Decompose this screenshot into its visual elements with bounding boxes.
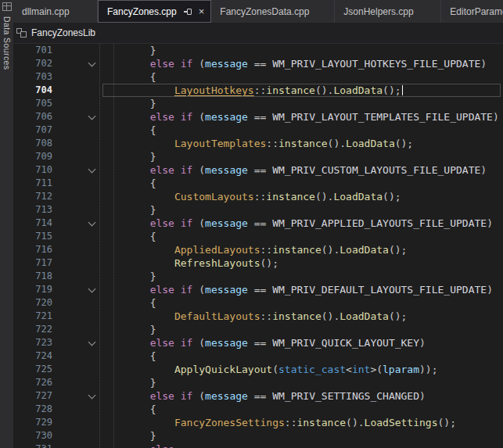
code-text[interactable]: } (99, 44, 503, 57)
code-text[interactable]: CustomLayouts::instance().LoadData(); (99, 190, 503, 203)
fold-margin (84, 283, 99, 296)
code-text[interactable]: AppliedLayouts::instance().LoadData(); (99, 243, 503, 256)
line-number[interactable]: 730 (13, 429, 59, 443)
code-text[interactable]: LayoutHotkeys::instance().LoadData(); (99, 84, 503, 97)
line-number[interactable]: 715 (13, 230, 59, 243)
code-text[interactable]: } (99, 150, 503, 163)
line-number[interactable]: 708 (13, 137, 59, 150)
tab-fancyzonesdata-cpp[interactable]: FancyZonesData.cpp (211, 0, 335, 23)
line-number[interactable]: 712 (13, 190, 59, 203)
selection-margin (59, 256, 84, 270)
tab-jsonhelpers-cpp[interactable]: JsonHelpers.cpp (335, 0, 441, 23)
fold-collapse-icon[interactable] (88, 285, 95, 292)
line-number[interactable]: 701 (13, 44, 59, 57)
line-number[interactable]: 709 (13, 150, 59, 163)
code-text[interactable]: else if (message == WM_PRIV_LAYOUT_TEMPL… (99, 110, 503, 124)
line-number[interactable]: 728 (13, 403, 59, 416)
code-text[interactable]: { (99, 177, 503, 190)
line-number[interactable]: 713 (13, 203, 59, 217)
line-number[interactable]: 706 (13, 110, 59, 124)
code-text[interactable]: else (99, 443, 503, 448)
code-text[interactable]: else if (message == WM_PRIV_CUSTOM_LAYOU… (99, 163, 503, 177)
line-number[interactable]: 720 (13, 296, 59, 310)
fold-collapse-icon[interactable] (88, 338, 95, 346)
line-number[interactable]: 731 (13, 443, 59, 448)
fold-margin (84, 323, 99, 336)
line-number[interactable]: 707 (13, 124, 59, 137)
selection-margin (59, 230, 84, 243)
code-text[interactable]: else if (message == WM_PRIV_APPLIED_LAYO… (99, 217, 503, 230)
line-number[interactable]: 723 (13, 336, 59, 349)
code-text[interactable]: ApplyQuickLayout(static_cast<int>(lparam… (99, 363, 503, 376)
line-number[interactable]: 718 (13, 270, 59, 283)
line-number[interactable]: 722 (13, 323, 59, 336)
line-number[interactable]: 702 (13, 57, 59, 70)
line-number[interactable]: 725 (13, 363, 59, 376)
code-text[interactable]: } (99, 376, 503, 389)
fold-collapse-icon[interactable] (88, 59, 95, 66)
line-number[interactable]: 719 (13, 283, 59, 296)
line-number[interactable]: 721 (13, 310, 59, 323)
tab-dllmain-cpp[interactable]: dllmain.cpp (13, 0, 98, 23)
selection-margin (59, 323, 84, 336)
fold-collapse-icon[interactable] (88, 218, 95, 226)
code-line-708: 708 LayoutTemplates::instance().LoadData… (13, 137, 503, 150)
code-text[interactable]: } (99, 429, 503, 443)
code-text[interactable]: else if (message == WM_PRIV_DEFAULT_LAYO… (99, 283, 503, 296)
code-line-728: 728 { (13, 403, 503, 416)
fold-margin (84, 429, 99, 443)
line-number[interactable]: 704 (13, 84, 59, 97)
code-text[interactable]: { (99, 296, 503, 310)
fold-collapse-icon[interactable] (88, 444, 95, 448)
line-number[interactable]: 703 (13, 70, 59, 84)
code-text[interactable]: } (99, 323, 503, 336)
code-line-714: 714 else if (message == WM_PRIV_APPLIED_… (13, 217, 503, 230)
tab-editorparameters-cpp[interactable]: EditorParameters.cpp (441, 0, 503, 23)
line-number[interactable]: 710 (13, 163, 59, 177)
code-text[interactable]: { (99, 230, 503, 243)
line-number[interactable]: 711 (13, 177, 59, 190)
code-text[interactable]: } (99, 270, 503, 283)
code-text[interactable]: { (99, 403, 503, 416)
code-text[interactable]: RefreshLayouts(); (99, 256, 503, 270)
tool-window-strip: Data Sources (0, 0, 13, 448)
tab-bar: dllmain.cppFancyZones.cpp×FancyZonesData… (13, 0, 503, 23)
code-text[interactable]: { (99, 124, 503, 137)
line-number[interactable]: 724 (13, 349, 59, 363)
code-line-725: 725 ApplyQuickLayout(static_cast<int>(lp… (13, 363, 503, 376)
line-number[interactable]: 717 (13, 256, 59, 270)
close-icon[interactable]: × (199, 6, 205, 16)
fold-collapse-icon[interactable] (88, 165, 95, 173)
code-text[interactable]: { (99, 70, 503, 84)
code-line-711: 711 { (13, 177, 503, 190)
line-number[interactable]: 716 (13, 243, 59, 256)
navigation-bar: FancyZonesLib (13, 23, 503, 44)
code-line-721: 721 DefaultLayouts::instance().LoadData(… (13, 310, 503, 323)
selection-margin (59, 283, 84, 296)
selection-margin (59, 203, 84, 217)
code-text[interactable]: else if (message == WM_PRIV_SETTINGS_CHA… (99, 389, 503, 403)
code-text[interactable]: { (99, 349, 503, 363)
code-text[interactable]: FancyZonesSettings::instance().LoadSetti… (99, 416, 503, 429)
code-text[interactable]: DefaultLayouts::instance().LoadData(); (99, 310, 503, 323)
pin-icon[interactable] (184, 9, 192, 15)
code-text[interactable]: else if (message == WM_PRIV_QUICK_LAYOUT… (99, 336, 503, 349)
fold-collapse-icon[interactable] (88, 112, 95, 120)
code-text[interactable]: } (99, 203, 503, 217)
fold-margin (84, 124, 99, 137)
tab-fancyzones-cpp[interactable]: FancyZones.cpp× (98, 0, 211, 23)
selection-margin (59, 124, 84, 137)
tool-tab-data-sources[interactable]: Data Sources (2, 16, 12, 70)
code-line-705: 705 } (13, 97, 503, 110)
line-number[interactable]: 727 (13, 389, 59, 403)
code-text[interactable]: LayoutTemplates::instance().LoadData(); (99, 137, 503, 150)
code-text[interactable]: else if (message == WM_PRIV_LAYOUT_HOTKE… (99, 57, 503, 70)
line-number[interactable]: 705 (13, 97, 59, 110)
project-dropdown[interactable]: FancyZonesLib (31, 27, 95, 38)
line-number[interactable]: 729 (13, 416, 59, 429)
line-number[interactable]: 714 (13, 217, 59, 230)
code-text[interactable]: } (99, 97, 503, 110)
fold-collapse-icon[interactable] (88, 391, 95, 399)
code-line-706: 706 else if (message == WM_PRIV_LAYOUT_T… (13, 110, 503, 124)
line-number[interactable]: 726 (13, 376, 59, 389)
